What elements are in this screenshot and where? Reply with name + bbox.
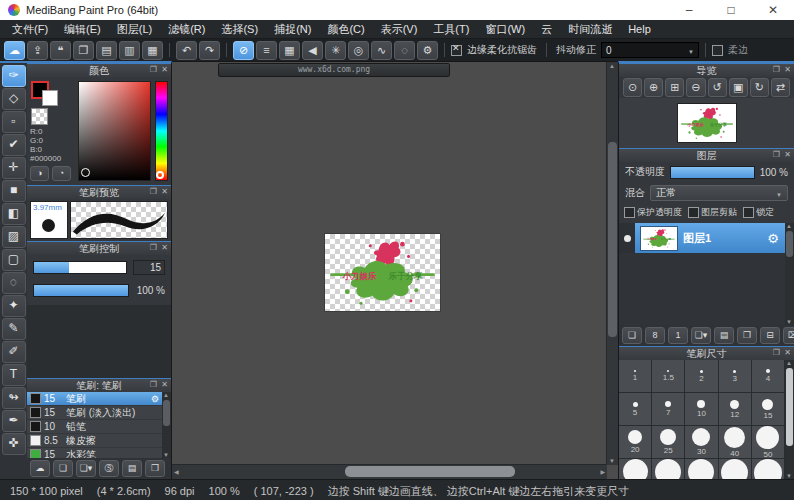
- brush-list-item[interactable]: 10 铅笔: [27, 420, 162, 434]
- brush-list-item[interactable]: 15 水彩笔: [27, 448, 162, 458]
- operation-tool[interactable]: ↬: [2, 387, 26, 409]
- soft-edge-checkbox[interactable]: [712, 45, 723, 56]
- menu-item[interactable]: 窗口(W): [477, 22, 533, 37]
- menu-item[interactable]: 图层(L): [109, 22, 160, 37]
- magic-wand-tool[interactable]: ✦: [2, 295, 26, 317]
- brush-size-option[interactable]: 40: [719, 426, 751, 458]
- popout-icon[interactable]: [773, 150, 780, 159]
- brush-size-scrollbar[interactable]: [785, 360, 794, 479]
- brush-list-item[interactable]: 8.5 橡皮擦: [27, 434, 162, 448]
- dot-tool[interactable]: ▫: [2, 111, 26, 133]
- brush-size-option[interactable]: 25: [652, 426, 684, 458]
- brush-size-option[interactable]: 10: [685, 393, 717, 425]
- divide-tool[interactable]: ✒: [2, 410, 26, 432]
- brush-size-option[interactable]: [652, 459, 684, 479]
- brush-tool[interactable]: ✑: [2, 65, 26, 87]
- eyedropper-tool[interactable]: ✜: [2, 433, 26, 455]
- snap-radial-icon[interactable]: ✳: [325, 41, 346, 60]
- material-panel-icon[interactable]: ▥: [119, 41, 140, 60]
- close-icon[interactable]: [161, 187, 168, 196]
- zoom-out-icon[interactable]: ⊖: [686, 78, 705, 97]
- zoom-in-icon[interactable]: ⊕: [644, 78, 663, 97]
- snap-off-icon[interactable]: ⊘: [233, 41, 254, 60]
- close-icon[interactable]: [161, 243, 168, 252]
- vertical-scroll-thumb[interactable]: [608, 142, 617, 337]
- snap-vanishing-icon[interactable]: ◀: [302, 41, 323, 60]
- menu-item[interactable]: 捕捉(N): [266, 22, 319, 37]
- color-wheel-button[interactable]: ◑: [30, 166, 49, 181]
- brush-size-option[interactable]: 7: [652, 393, 684, 425]
- horizontal-scroll-thumb[interactable]: [345, 466, 515, 477]
- popout-icon[interactable]: [150, 187, 157, 196]
- brush-size-option[interactable]: 12: [719, 393, 751, 425]
- snap-concentric-icon[interactable]: ◎: [348, 41, 369, 60]
- popout-icon[interactable]: [773, 65, 780, 74]
- snap-settings-icon[interactable]: ⚙: [417, 41, 438, 60]
- layer-option[interactable]: 锁定: [743, 206, 774, 219]
- layer-folder-icon[interactable]: ▤: [714, 327, 734, 344]
- brush-size-option[interactable]: [619, 459, 651, 479]
- add-1bit-layer-icon[interactable]: 1: [668, 327, 688, 344]
- add-brush-icon[interactable]: ❏: [53, 460, 73, 477]
- snap-parallel-icon[interactable]: ≡: [256, 41, 277, 60]
- bucket-tool[interactable]: ◧: [2, 203, 26, 225]
- gradient-tool[interactable]: ▨: [2, 226, 26, 248]
- close-button[interactable]: ✕: [752, 0, 794, 20]
- layer-option[interactable]: 保护透明度: [624, 206, 682, 219]
- move-tool[interactable]: ✛: [2, 157, 26, 179]
- close-icon[interactable]: [784, 150, 791, 159]
- duplicate-brush-icon[interactable]: ❐: [145, 460, 165, 477]
- brush-folder-icon[interactable]: ▤: [122, 460, 142, 477]
- brush-size-option[interactable]: 50: [752, 426, 784, 458]
- snap-ellipse-icon[interactable]: ◌: [394, 41, 415, 60]
- menu-item[interactable]: 工具(T): [425, 22, 477, 37]
- select-tool[interactable]: ▢: [2, 249, 26, 271]
- close-icon[interactable]: [161, 380, 168, 389]
- blend-mode-select[interactable]: 正常: [650, 185, 788, 201]
- scroll-right-icon[interactable]: [600, 468, 605, 475]
- brush-size-option[interactable]: [685, 459, 717, 479]
- brush-size-option[interactable]: 15: [752, 393, 784, 425]
- eraser-tool[interactable]: ◇: [2, 88, 26, 110]
- canvas-vertical-scrollbar[interactable]: [606, 62, 618, 465]
- scroll-up-icon[interactable]: [609, 63, 615, 69]
- redo-icon[interactable]: ↷: [199, 41, 220, 60]
- fit-window-icon[interactable]: ⊞: [665, 78, 684, 97]
- brush-size-option[interactable]: [719, 459, 751, 479]
- cloud-brush-icon[interactable]: ☁: [30, 460, 50, 477]
- text-tool[interactable]: T: [2, 364, 26, 386]
- merge-layer-icon[interactable]: ⊟: [760, 327, 780, 344]
- popout-icon[interactable]: [150, 380, 157, 389]
- comment-panel-icon[interactable]: ❐: [73, 41, 94, 60]
- comment-icon[interactable]: ❝: [50, 41, 71, 60]
- brush-opacity-slider[interactable]: [33, 284, 129, 297]
- snap-grid-icon[interactable]: ▦: [279, 41, 300, 60]
- popout-icon[interactable]: [150, 243, 157, 252]
- script-brush-icon[interactable]: Ⓢ: [99, 460, 119, 477]
- duplicate-layer-icon[interactable]: ❐: [737, 327, 757, 344]
- menu-item[interactable]: 颜色(C): [319, 22, 372, 37]
- menu-item[interactable]: 时间流逝: [560, 22, 620, 37]
- cloud-icon[interactable]: ☁: [4, 41, 25, 60]
- lasso-tool[interactable]: ◌: [2, 272, 26, 294]
- brush-size-slider[interactable]: [33, 261, 127, 274]
- edit-grid-icon[interactable]: ▦: [142, 41, 163, 60]
- popout-icon[interactable]: [150, 65, 157, 74]
- document-tab[interactable]: www.x6d.com.png: [218, 63, 450, 77]
- checkbox-icon[interactable]: [688, 207, 699, 218]
- rotate-ccw-icon[interactable]: ↺: [708, 78, 727, 97]
- navigator-preview[interactable]: [619, 98, 794, 148]
- add-layer-menu-icon[interactable]: ❏▾: [691, 327, 711, 344]
- brush-list-scrollbar[interactable]: [162, 392, 171, 458]
- zoom-reset-icon[interactable]: ⊙: [623, 78, 642, 97]
- maximize-button[interactable]: □: [710, 0, 752, 20]
- menu-item[interactable]: 选择(S): [213, 22, 266, 37]
- close-icon[interactable]: [161, 65, 168, 74]
- flip-canvas-icon[interactable]: ⇄: [771, 78, 790, 97]
- fill-tool[interactable]: ■: [2, 180, 26, 202]
- add-brush-menu-icon[interactable]: ❏▾: [76, 460, 96, 477]
- layer-list-scrollbar[interactable]: [785, 223, 794, 325]
- brush-list-item[interactable]: 15 笔刷: [27, 392, 162, 406]
- snap-curve-icon[interactable]: ∿: [371, 41, 392, 60]
- brush-size-option[interactable]: 20: [619, 426, 651, 458]
